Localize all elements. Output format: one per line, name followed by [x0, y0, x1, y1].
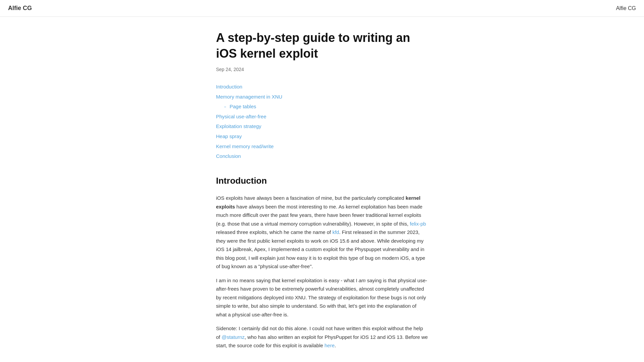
- toc-item-kernel-memory: Kernel memory read/write: [216, 142, 428, 151]
- article-date: Sep 24, 2024: [216, 66, 428, 73]
- toc-link-heap-spray[interactable]: Heap spray: [216, 133, 242, 139]
- toc-item-physical-uaf: Physical use-after-free: [216, 112, 428, 121]
- navbar: Alfie CG Alfie CG: [0, 0, 644, 17]
- section-heading-introduction: Introduction: [216, 174, 428, 188]
- bold-kernel-exploits: kernel exploits: [216, 195, 421, 209]
- intro-paragraph-3: Sidenote: I certainly did not do this al…: [216, 324, 428, 350]
- toc-item-heap-spray: Heap spray: [216, 132, 428, 141]
- toc-link-kernel-memory[interactable]: Kernel memory read/write: [216, 143, 274, 149]
- article-title: A step-by-step guide to writing an iOS k…: [216, 30, 428, 62]
- toc-link-page-tables[interactable]: Page tables: [230, 104, 256, 109]
- toc-item-exploitation: Exploitation strategy: [216, 122, 428, 131]
- link-here[interactable]: here: [325, 343, 335, 348]
- nav-link[interactable]: Alfie CG: [616, 4, 636, 13]
- nav-brand[interactable]: Alfie CG: [8, 3, 32, 13]
- toc-link-exploitation[interactable]: Exploitation strategy: [216, 123, 261, 129]
- toc-link-memory[interactable]: Memory management in XNU: [216, 94, 282, 100]
- intro-paragraph-2: I am in no means saying that kernel expl…: [216, 276, 428, 319]
- toc-link-introduction[interactable]: Introduction: [216, 84, 242, 89]
- toc-link-conclusion[interactable]: Conclusion: [216, 153, 241, 159]
- link-kfd[interactable]: kfd: [332, 229, 339, 235]
- toc-link-physical-uaf[interactable]: Physical use-after-free: [216, 114, 266, 119]
- link-felix-pb[interactable]: felix-pb: [410, 221, 426, 227]
- page-content: A step-by-step guide to writing an iOS k…: [208, 17, 436, 362]
- toc-sublist-memory: Page tables: [216, 102, 428, 111]
- toc-item-conclusion: Conclusion: [216, 152, 428, 161]
- table-of-contents: Introduction Memory management in XNU Pa…: [216, 82, 428, 161]
- toc-item-memory: Memory management in XNU Page tables: [216, 93, 428, 111]
- link-staturnz[interactable]: @staturnz: [222, 334, 245, 340]
- intro-paragraph-1: iOS exploits have always been a fascinat…: [216, 194, 428, 271]
- italic-am: am: [359, 278, 366, 283]
- toc-item-introduction: Introduction: [216, 82, 428, 91]
- toc-item-page-tables: Page tables: [224, 102, 428, 111]
